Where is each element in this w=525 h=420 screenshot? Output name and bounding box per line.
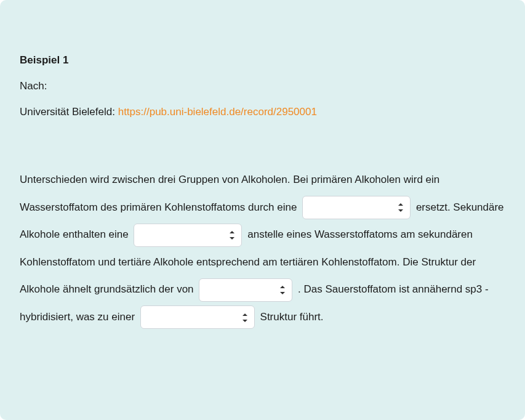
- body-segment-5: Struktur führt.: [260, 311, 324, 323]
- citation-line: Universität Bielefeld: https://pub.uni-b…: [20, 106, 505, 118]
- dropdown-3-wrap: [199, 277, 292, 304]
- dropdown-2-wrap: [134, 222, 242, 249]
- dropdown-4-wrap: [140, 304, 255, 331]
- source-label: Nach:: [20, 80, 505, 92]
- exercise-body: Unterschieden wird zwischen drei Gruppen…: [20, 166, 505, 331]
- dropdown-1[interactable]: [302, 196, 411, 219]
- dropdown-2[interactable]: [134, 224, 242, 247]
- dropdown-4[interactable]: [140, 305, 255, 329]
- dropdown-1-wrap: [302, 194, 411, 221]
- citation-prefix: Universität Bielefeld:: [20, 106, 118, 118]
- exercise-card: Beispiel 1 Nach: Universität Bielefeld: …: [0, 0, 525, 420]
- citation-link[interactable]: https://pub.uni-bielefeld.de/record/2950…: [118, 106, 317, 118]
- dropdown-3[interactable]: [199, 278, 292, 302]
- example-heading: Beispiel 1: [20, 54, 505, 67]
